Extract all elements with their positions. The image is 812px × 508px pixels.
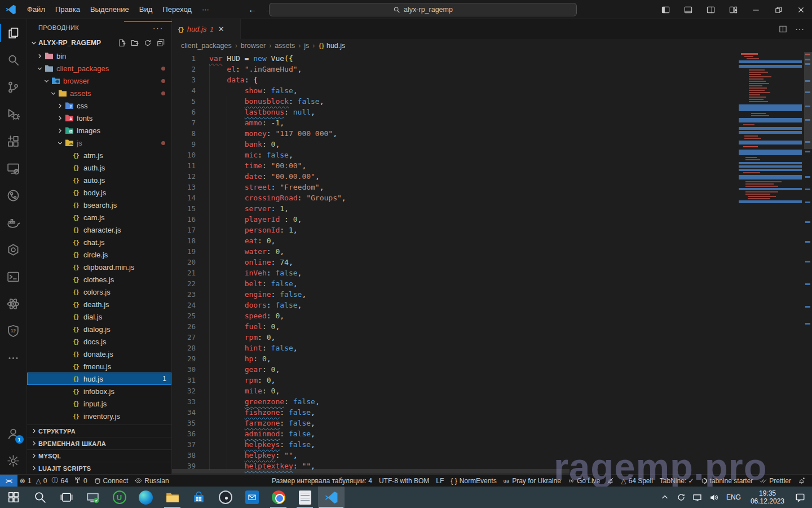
- tree-item-dialog.js[interactable]: {}dialog.js: [27, 323, 171, 335]
- section-ВРЕМЕННАЯ ШКАЛА[interactable]: ВРЕМЕННАЯ ШКАЛА: [27, 437, 171, 449]
- tree-item-images[interactable]: images: [27, 124, 171, 137]
- tree-item-colors.js[interactable]: {}colors.js: [27, 286, 171, 298]
- taskbar-task-view[interactable]: [53, 487, 80, 508]
- code-line-7[interactable]: 7 ammo: -1,: [172, 117, 812, 128]
- code-line-28[interactable]: 28 hint: false,: [172, 343, 812, 353]
- editor-more-icon[interactable]: ···: [795, 24, 804, 34]
- minimap[interactable]: [739, 52, 804, 474]
- status-notifications[interactable]: [795, 475, 809, 487]
- action-center-icon[interactable]: [794, 492, 806, 502]
- menu-Правка[interactable]: Правка: [50, 0, 85, 19]
- code-line-15[interactable]: 15 server: 1,: [172, 203, 812, 214]
- tree-item-assets[interactable]: assets: [27, 87, 171, 99]
- tree-item-cam.js[interactable]: {}cam.js: [27, 211, 171, 224]
- tree-item-dial.js[interactable]: {}dial.js: [27, 310, 171, 323]
- tree-item-body.js[interactable]: {}body.js: [27, 186, 171, 199]
- code-line-17[interactable]: 17 personId: 1,: [172, 225, 812, 235]
- code-line-6[interactable]: 6 lastbonus: null,: [172, 107, 812, 117]
- menu-Вид[interactable]: Вид: [134, 0, 158, 19]
- tree-item-bsearch.js[interactable]: {}bsearch.js: [27, 199, 171, 211]
- tree-item-js[interactable]: JSjs: [27, 137, 171, 149]
- tree-item-character.js[interactable]: {}character.js: [27, 224, 171, 236]
- tree-item-chat.js[interactable]: {}chat.js: [27, 236, 171, 248]
- taskbar-search[interactable]: [27, 487, 53, 508]
- code-line-30[interactable]: 30 gear: 0,: [172, 364, 812, 375]
- code-line-10[interactable]: 10 mic: false,: [172, 150, 812, 160]
- menu-Выделение[interactable]: Выделение: [85, 0, 134, 19]
- tree-item-bin[interactable]: bin: [27, 50, 171, 62]
- activitybar-git-graph[interactable]: [0, 182, 27, 209]
- tree-item-css[interactable]: #css: [27, 99, 171, 112]
- menu-Переход[interactable]: Переход: [157, 0, 197, 19]
- tree-item-fonts[interactable]: Afonts: [27, 112, 171, 124]
- breadcrumb-assets[interactable]: assets: [275, 42, 295, 50]
- remote-indicator[interactable]: ><: [0, 475, 17, 487]
- code-line-4[interactable]: 4 show: false,: [172, 85, 812, 96]
- tree-item-auth.js[interactable]: {}auth.js: [27, 161, 171, 174]
- vertical-scrollbar[interactable]: [804, 52, 812, 149]
- sync-icon[interactable]: [675, 493, 687, 502]
- activitybar-explorer[interactable]: [0, 19, 27, 46]
- layout-custom-icon[interactable]: [722, 0, 744, 19]
- status-eol[interactable]: LF: [433, 475, 447, 487]
- taskbar-iobit[interactable]: U: [106, 487, 133, 508]
- code-line-29[interactable]: 29 hp: 0,: [172, 353, 812, 364]
- taskbar-start[interactable]: [0, 487, 27, 508]
- activitybar-source-control[interactable]: [0, 73, 27, 100]
- code-line-9[interactable]: 9 bank: 0,: [172, 139, 812, 150]
- taskbar-mail[interactable]: [239, 487, 265, 508]
- taskbar-notepad[interactable]: [292, 487, 318, 508]
- activitybar-terminal[interactable]: [0, 263, 27, 290]
- activitybar-extensions[interactable]: [0, 128, 27, 155]
- code-line-23[interactable]: 23 engine: false,: [172, 289, 812, 300]
- tree-item-auto.js[interactable]: {}auto.js: [27, 174, 171, 186]
- code-line-32[interactable]: 32 mile: 0,: [172, 386, 812, 396]
- layout-sidebar-right-icon[interactable]: [699, 0, 722, 19]
- tab-hud-js[interactable]: {} hud.js 1 ✕: [172, 19, 241, 39]
- refresh-icon[interactable]: [144, 39, 152, 47]
- breadcrumb-browser[interactable]: browser: [241, 42, 266, 50]
- code-line-13[interactable]: 13 street: "Freedom",: [172, 182, 812, 192]
- horizontal-scrollbar[interactable]: [172, 469, 570, 474]
- activitybar-xp-shield[interactable]: XP: [0, 317, 27, 344]
- taskbar-remote-app[interactable]: [80, 487, 106, 508]
- code-line-18[interactable]: 18 eat: 0,: [172, 235, 812, 246]
- activitybar-remote-explorer[interactable]: [0, 155, 27, 182]
- status-problems-errors[interactable]: ⊗1: [17, 475, 34, 487]
- close-icon[interactable]: ✕: [218, 25, 224, 33]
- taskbar-store[interactable]: [186, 487, 212, 508]
- breadcrumb-js[interactable]: js: [304, 42, 309, 50]
- new-file-icon[interactable]: [118, 39, 126, 47]
- tree-item-client_packages[interactable]: client_packages: [27, 62, 171, 75]
- status-problems-infos[interactable]: ⓘ64: [50, 475, 70, 487]
- tree-item-death.js[interactable]: {}death.js: [27, 298, 171, 310]
- activitybar-package-hexagon[interactable]: [0, 236, 27, 263]
- tree-item-clipboard.min.js[interactable]: {}clipboard.min.js: [27, 261, 171, 273]
- code-line-27[interactable]: 27 rpm: 0,: [172, 332, 812, 343]
- status-encoding[interactable]: UTF-8 with BOM: [376, 475, 433, 487]
- code-line-19[interactable]: 19 water: 0,: [172, 246, 812, 257]
- menu-···[interactable]: ···: [197, 0, 214, 19]
- tree-item-inventory.js[interactable]: {}inventory.js: [27, 410, 171, 422]
- code-line-26[interactable]: 26 fuel: 0,: [172, 321, 812, 332]
- clock[interactable]: 19:35 06.12.2023: [747, 489, 788, 505]
- code-line-12[interactable]: 12 date: "00.00.00",: [172, 171, 812, 182]
- tree-item-input.js[interactable]: {}input.js: [27, 397, 171, 410]
- layout-panel-icon[interactable]: [677, 0, 699, 19]
- taskbar-gauge-app[interactable]: [212, 487, 239, 508]
- volume-icon[interactable]: [708, 493, 720, 502]
- taskbar-file-explorer[interactable]: [159, 487, 186, 508]
- code-line-31[interactable]: 31 rpm: 0,: [172, 375, 812, 386]
- activitybar-react-tools[interactable]: [0, 290, 27, 317]
- code-line-25[interactable]: 25 speed: 0,: [172, 310, 812, 321]
- code-line-35[interactable]: 35 farmzone: false,: [172, 418, 812, 428]
- tree-item-fmenu.js[interactable]: {}fmenu.js: [27, 360, 171, 373]
- layout-sidebar-left-icon[interactable]: [654, 0, 677, 19]
- status-problems-warnings[interactable]: △0: [34, 475, 50, 487]
- activitybar-run-debug[interactable]: [0, 100, 27, 128]
- tray-expand-icon[interactable]: [659, 493, 671, 501]
- section-СТРУКТУРА[interactable]: СТРУКТУРА: [27, 424, 171, 437]
- menu-Файл[interactable]: Файл: [22, 0, 50, 19]
- code-line-14[interactable]: 14 crossingRoad: "Groups",: [172, 192, 812, 203]
- code-line-8[interactable]: 8 money: "117 000 000",: [172, 128, 812, 139]
